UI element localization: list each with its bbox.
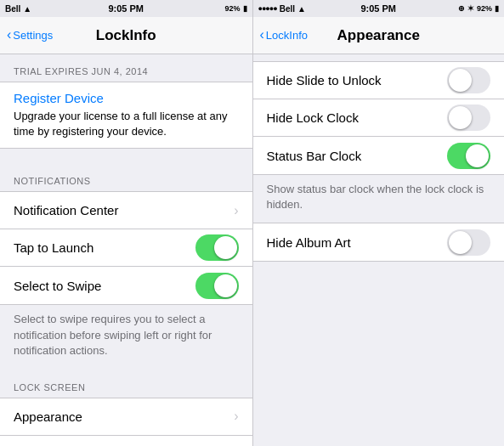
select-to-swipe-label: Select to Swipe [14, 279, 195, 293]
status-bar-right: 92% ▮ [224, 4, 246, 13]
status-bar-panel2: ●●●●● Bell ▲ 9:05 PM ⊕ ✶ 92% ▮ [253, 0, 505, 17]
hide-slide-unlock-toggle[interactable] [447, 67, 490, 93]
appearance-chevron-icon: › [234, 409, 238, 424]
status-bar-clock-info: Show status bar clock when the lock cloc… [253, 175, 505, 223]
register-card: Register Device Upgrade your license to … [0, 82, 252, 149]
battery-icon: ▮ [243, 4, 247, 13]
trial-banner: TRIAL EXPIRES JUN 4, 2014 [0, 61, 252, 82]
bluetooth-icon: ✶ [467, 4, 474, 13]
nav-title-panel1: LockInfo [96, 27, 156, 44]
appearance-group1: Hide Slide to Unlock Hide Lock Clock Sta… [253, 61, 505, 175]
back-label-panel2: LockInfo [266, 29, 308, 42]
battery-percent-p2: 92% [477, 4, 492, 13]
tap-to-launch-knob [214, 236, 237, 259]
nav-title-panel2: Appearance [337, 27, 420, 44]
hide-slide-unlock-label: Hide Slide to Unlock [267, 73, 448, 88]
status-bar-clock-toggle[interactable] [447, 143, 490, 169]
back-button-panel2[interactable]: ‹ LockInfo [260, 29, 308, 42]
nav-bar-panel2: ‹ LockInfo Appearance [253, 17, 505, 54]
status-bar-panel1: Bell ▲ 9:05 PM 92% ▮ [0, 0, 252, 17]
status-bar-left-p2: ●●●●● Bell ▲ [258, 4, 306, 14]
lock-screen-group: Appearance › Screen Dimming › [0, 398, 252, 446]
tap-to-launch-toggle[interactable] [195, 234, 239, 261]
nav-bar-panel1: ‹ Settings LockInfo [0, 17, 252, 54]
register-description: Upgrade your license to a full license a… [14, 109, 239, 139]
hide-slide-unlock-knob [449, 69, 472, 92]
battery-icon-p2: ▮ [495, 4, 499, 13]
hide-lock-clock-toggle[interactable] [447, 104, 490, 131]
hide-album-art-row[interactable]: Hide Album Art [253, 223, 505, 261]
screen-dimming-row[interactable]: Screen Dimming › [0, 436, 252, 446]
select-to-swipe-info: Select to swipe requires you to select a… [0, 305, 252, 369]
hide-lock-clock-row[interactable]: Hide Lock Clock [253, 99, 505, 137]
hide-album-art-knob [449, 231, 472, 254]
appearance-label: Appearance [14, 409, 234, 424]
tap-to-launch-label: Tap to Launch [14, 240, 195, 255]
wifi-icon: ▲ [23, 4, 31, 14]
status-bar-time: 9:05 PM [108, 3, 144, 14]
carrier-label-p2: Bell [280, 4, 295, 14]
status-bar-right-p2: ⊕ ✶ 92% ▮ [458, 4, 499, 13]
back-chevron-icon: ‹ [7, 28, 11, 42]
notification-center-chevron-icon: › [234, 203, 238, 218]
select-to-swipe-row[interactable]: Select to Swipe [0, 267, 252, 304]
select-to-swipe-toggle[interactable] [195, 273, 239, 299]
back-chevron-icon-p2: ‹ [260, 28, 264, 42]
appearance-row[interactable]: Appearance › [0, 398, 252, 436]
panel-appearance: ●●●●● Bell ▲ 9:05 PM ⊕ ✶ 92% ▮ ‹ LockInf… [252, 0, 505, 446]
status-bar-left: Bell ▲ [5, 4, 31, 14]
status-bar-clock-row[interactable]: Status Bar Clock [253, 137, 505, 174]
hide-lock-clock-knob [449, 106, 472, 129]
gps-icon: ⊕ [458, 4, 465, 13]
hide-slide-unlock-row[interactable]: Hide Slide to Unlock [253, 62, 505, 99]
carrier-label: Bell [5, 4, 20, 14]
notification-center-row[interactable]: Notification Center › [0, 192, 252, 229]
back-label-panel1: Settings [13, 29, 53, 42]
register-link[interactable]: Register Device [14, 91, 239, 105]
hide-lock-clock-label: Hide Lock Clock [267, 110, 448, 125]
wifi-icon-p2: ▲ [297, 4, 306, 14]
select-to-swipe-knob [214, 274, 237, 297]
back-button-panel1[interactable]: ‹ Settings [7, 29, 53, 42]
status-bar-time-p2: 9:05 PM [360, 3, 396, 14]
notifications-group: Notification Center › Tap to Launch Sele… [0, 191, 252, 305]
tap-to-launch-row[interactable]: Tap to Launch [0, 229, 252, 267]
hide-album-art-toggle[interactable] [447, 229, 490, 256]
content-panel2: Hide Slide to Unlock Hide Lock Clock Sta… [253, 54, 505, 446]
notifications-header: NOTIFICATIONS [0, 162, 252, 191]
battery-percent: 92% [224, 4, 240, 13]
status-bar-clock-knob [466, 144, 489, 167]
content-panel1: TRIAL EXPIRES JUN 4, 2014 Register Devic… [0, 54, 252, 446]
lock-screen-header: LOCK SCREEN [0, 369, 252, 398]
notification-center-label: Notification Center [14, 203, 234, 217]
signal-dots-icon: ●●●●● [258, 4, 277, 13]
panel-lockinfo: Bell ▲ 9:05 PM 92% ▮ ‹ Settings LockInfo… [0, 0, 252, 446]
hide-album-art-label: Hide Album Art [267, 235, 448, 250]
appearance-group2: Hide Album Art [253, 223, 505, 262]
status-bar-clock-label: Status Bar Clock [267, 149, 448, 163]
